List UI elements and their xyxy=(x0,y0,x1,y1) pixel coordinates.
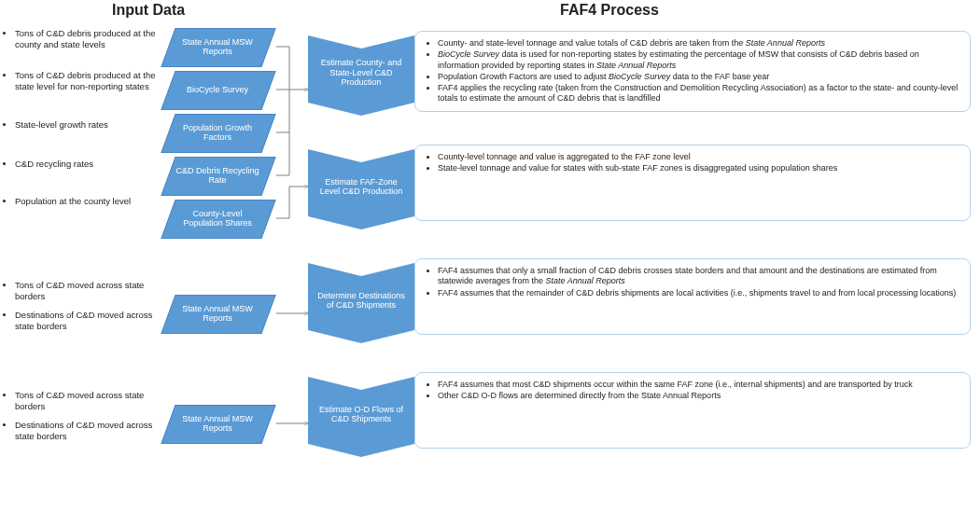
data-source-p5: State Annual MSW Reports xyxy=(168,295,267,332)
process-step-s1: Estimate FAF-Zone Level C&D Production xyxy=(308,149,414,216)
input-bullet: Tons of C&D debris produced at the count… xyxy=(15,28,157,50)
data-source-p0: State Annual MSW Reports xyxy=(168,28,267,65)
process-bullet: Population Growth Factors are used to ad… xyxy=(438,72,960,82)
chevron-point xyxy=(308,216,414,229)
chevron-notch xyxy=(308,149,414,162)
input-bullet-group: C&D recycling rates xyxy=(0,159,157,177)
process-bullet: County- and state-level tonnage and valu… xyxy=(438,38,960,48)
input-bullet-group: Tons of C&D debris produced at the count… xyxy=(0,28,157,58)
data-source-label: State Annual MSW Reports xyxy=(168,28,267,65)
process-description-s0: County- and state-level tonnage and valu… xyxy=(414,31,971,112)
input-bullet-group: State-level growth rates xyxy=(0,119,157,138)
process-bullet: FAF4 applies the recycling rate (taken f… xyxy=(438,83,960,104)
process-bullet: County-level tonnage and value is aggreg… xyxy=(438,152,960,162)
data-source-label: C&D Debris Recycling Rate xyxy=(168,157,267,194)
process-step-label: Determine Destinations of C&D Shipments xyxy=(315,291,407,311)
data-source-p3: C&D Debris Recycling Rate xyxy=(168,157,267,194)
input-bullet: State-level growth rates xyxy=(15,119,157,131)
input-bullet: Tons of C&D moved across state borders xyxy=(15,390,157,412)
data-source-p2: Population Growth Factors xyxy=(168,114,267,151)
process-step-s3: Estimate O-D Flows of C&D Shipments xyxy=(308,377,414,444)
data-source-p1: BioCycle Survey xyxy=(168,71,267,108)
input-bullet: Tons of C&D debris produced at the state… xyxy=(15,70,157,92)
data-source-label: State Annual MSW Reports xyxy=(168,295,267,332)
process-bullet: BioCycle Survey data is used for non-rep… xyxy=(438,49,960,71)
chevron-point xyxy=(308,330,414,343)
header-input-data: Input Data xyxy=(112,2,185,19)
process-step-s2: Determine Destinations of C&D Shipments xyxy=(308,263,414,330)
chevron-notch xyxy=(308,377,414,390)
data-source-label: State Annual MSW Reports xyxy=(168,405,267,442)
chevron-notch xyxy=(308,263,414,276)
data-source-label: BioCycle Survey xyxy=(168,71,267,108)
process-step-label: Estimate FAF-Zone Level C&D Production xyxy=(315,177,407,197)
header-faf4-process: FAF4 Process xyxy=(560,2,659,19)
process-description-s1: County-level tonnage and value is aggreg… xyxy=(414,145,971,221)
input-bullet: Destinations of C&D moved across state b… xyxy=(15,420,157,442)
input-bullet-group: Population at the county level xyxy=(0,196,157,214)
input-bullet-group: Tons of C&D debris produced at the state… xyxy=(0,70,157,100)
process-bullet: FAF4 assumes that only a small fraction … xyxy=(438,266,960,287)
process-description-s2: FAF4 assumes that only a small fraction … xyxy=(414,258,971,335)
process-description-s3: FAF4 assumes that most C&D shipments occ… xyxy=(414,372,971,449)
input-bullet-group: Tons of C&D moved across state bordersDe… xyxy=(0,280,157,339)
data-source-label: Population Growth Factors xyxy=(168,114,267,151)
input-bullet: Population at the county level xyxy=(15,196,157,207)
data-source-p4: County-Level Population Shares xyxy=(168,200,267,237)
data-source-label: County-Level Population Shares xyxy=(168,200,267,237)
chevron-point xyxy=(308,103,414,116)
chevron-point xyxy=(308,444,414,457)
process-bullet: FAF4 assumes that most C&D shipments occ… xyxy=(438,380,960,390)
process-step-label: Estimate County- and State-Level C&D Pro… xyxy=(315,58,407,87)
process-bullet: FAF4 assumes that the remainder of C&D d… xyxy=(438,288,960,298)
input-bullet: Tons of C&D moved across state borders xyxy=(15,280,157,302)
chevron-notch xyxy=(308,35,414,48)
input-bullet-group: Tons of C&D moved across state bordersDe… xyxy=(0,390,157,450)
process-step-s0: Estimate County- and State-Level C&D Pro… xyxy=(308,35,414,103)
process-bullet: State-level tonnage and value for states… xyxy=(438,163,960,173)
process-step-label: Estimate O-D Flows of C&D Shipments xyxy=(315,405,407,424)
input-bullet: C&D recycling rates xyxy=(15,159,157,170)
process-bullet: Other C&D O-D flows are determined direc… xyxy=(438,391,960,401)
input-bullet: Destinations of C&D moved across state b… xyxy=(15,310,157,332)
data-source-p6: State Annual MSW Reports xyxy=(168,405,267,442)
